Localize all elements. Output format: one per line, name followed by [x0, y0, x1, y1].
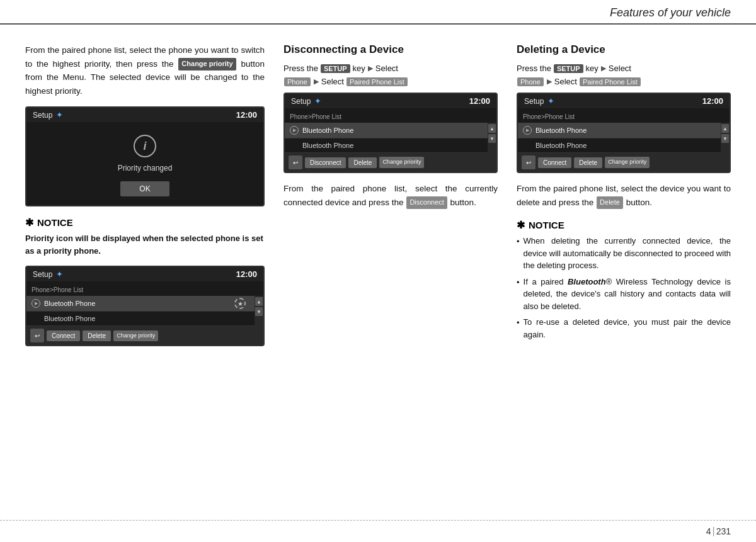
- priority-bluetooth-icon: ✦: [56, 269, 63, 279]
- right-scrollbar: ▲ ▼: [721, 123, 730, 153]
- star-dashed-icon: ★: [234, 298, 246, 309]
- ok-screen-body: i Priority changed OK: [26, 122, 263, 205]
- right-screen-time: 12:00: [702, 96, 723, 106]
- right-press: Press the: [517, 64, 551, 73]
- right-breadcrumb: Phone>Phone List: [518, 112, 730, 123]
- priority-screen-header: Setup ✦ 12:00: [26, 267, 263, 281]
- mid-scroll-down[interactable]: ▼: [488, 134, 496, 143]
- right-instruction-line2: Phone ▶ Select Paired Phone List: [517, 77, 731, 86]
- right-scroll-up[interactable]: ▲: [721, 124, 729, 133]
- right-notice-bullet2: • If a paired Bluetooth® Wireless Techno…: [517, 276, 731, 313]
- page-separator: |: [712, 526, 714, 537]
- mid-list-content: ▶ Bluetooth Phone Bluetooth Phone: [285, 123, 496, 153]
- ok-button[interactable]: OK: [120, 181, 169, 196]
- right-body-text: From the paired phone list, select the d…: [517, 182, 731, 209]
- mid-scroll-up[interactable]: ▲: [488, 124, 496, 133]
- right-paired-phone-list-badge: Paired Phone List: [580, 77, 641, 86]
- mid-arrow2: ▶: [314, 77, 319, 86]
- mid-select1: Select: [375, 64, 398, 73]
- mid-arrow1: ▶: [368, 64, 373, 72]
- mid-heading: Disconnecting a Device: [284, 43, 498, 56]
- bullet-dot-1: •: [517, 235, 520, 272]
- mid-key: key: [353, 64, 365, 73]
- priority-list-row1: ▶ Bluetooth Phone ★ Bluetooth Phone ▲ ▼: [26, 296, 263, 326]
- mid-instruction-line2: Phone ▶ Select Paired Phone List: [284, 77, 498, 86]
- ok-screen-time: 12:00: [236, 110, 257, 120]
- right-screen-title: Setup: [524, 97, 544, 106]
- disconnect-badge: Disconnect: [406, 196, 447, 209]
- mid-list-row: ▶ Bluetooth Phone Bluetooth Phone ▲ ▼: [285, 123, 496, 153]
- left-body-text: From the paired phone list, select the p…: [25, 43, 265, 98]
- priority-screen-mockup: Setup ✦ 12:00 Phone>Phone List ▶ Bluetoo…: [25, 266, 265, 346]
- mid-column: Disconnecting a Device Press the SETUP k…: [284, 43, 498, 355]
- right-key: key: [586, 64, 598, 73]
- mid-list-item2: Bluetooth Phone: [285, 138, 496, 153]
- right-instruction-line1: Press the SETUP key ▶ Select: [517, 64, 731, 73]
- priority-screen-title: Setup: [33, 270, 52, 279]
- change-priority-btn[interactable]: Change priority: [113, 330, 158, 342]
- right-connect-btn[interactable]: Connect: [538, 157, 571, 168]
- ok-screen-header: Setup ✦ 12:00: [26, 108, 263, 122]
- right-notice-text3: To re-use a deleted device, you must pai…: [524, 316, 731, 341]
- right-delete-btn[interactable]: Delete: [574, 157, 602, 168]
- right-setup-badge: SETUP: [554, 64, 583, 73]
- right-change-btn[interactable]: Change priority: [605, 157, 650, 168]
- right-arrow1: ▶: [601, 64, 606, 72]
- back-btn[interactable]: ↩: [30, 329, 44, 342]
- left-column: From the paired phone list, select the p…: [25, 43, 265, 355]
- priority-breadcrumb: Phone>Phone List: [26, 285, 263, 296]
- mid-delete-btn[interactable]: Delete: [348, 157, 377, 168]
- right-body-text-end: button.: [626, 198, 652, 207]
- right-notice-asterisk: ✱: [517, 219, 525, 231]
- right-back-btn[interactable]: ↩: [522, 155, 536, 169]
- priority-list-content: ▶ Bluetooth Phone ★ Bluetooth Phone: [26, 296, 263, 326]
- scroll-down-btn[interactable]: ▼: [255, 307, 263, 316]
- mid-body-text: From the paired phone list, select the c…: [284, 182, 498, 209]
- right-scroll-down[interactable]: ▼: [721, 134, 729, 143]
- right-notice-section: ✱ NOTICE • When deleting the currently c…: [517, 219, 731, 341]
- priority-changed-text: Priority changed: [118, 164, 173, 172]
- mid-setup-badge: SETUP: [321, 64, 350, 73]
- mid-back-btn[interactable]: ↩: [289, 155, 302, 169]
- ok-screen-mockup: Setup ✦ 12:00 i Priority changed OK: [25, 106, 265, 206]
- left-notice-heading: ✱ NOTICE: [25, 217, 265, 229]
- right-notice-title: NOTICE: [529, 220, 564, 230]
- mid-instruction-line: Press the SETUP key ▶ Select: [284, 64, 498, 73]
- mid-list-item1: ▶ Bluetooth Phone: [285, 123, 496, 138]
- play-icon-1: ▶: [32, 299, 40, 308]
- right-phone-badge: Phone: [517, 77, 544, 86]
- delete-badge: Delete: [597, 196, 623, 209]
- delete-btn[interactable]: Delete: [83, 330, 111, 341]
- ok-screen-title: Setup: [33, 111, 52, 120]
- right-list-item1: ▶ Bluetooth Phone: [518, 123, 730, 138]
- right-screen-footer: ↩ Connect Delete Change priority: [518, 153, 730, 172]
- ok-screen-title-area: Setup ✦: [33, 110, 63, 120]
- right-heading: Deleting a Device: [517, 43, 731, 56]
- bullet-dot-2: •: [517, 276, 520, 313]
- page-num: 231: [716, 526, 731, 536]
- mid-bluetooth-icon: ✦: [314, 96, 321, 106]
- page-section: 4: [706, 526, 711, 536]
- priority-screen-time: 12:00: [236, 269, 257, 279]
- mid-change-btn[interactable]: Change priority: [379, 157, 424, 168]
- connect-btn[interactable]: Connect: [47, 330, 80, 341]
- notice-asterisk: ✱: [25, 217, 33, 229]
- mid-phone-badge: Phone: [284, 77, 311, 86]
- right-bluetooth-icon: ✦: [547, 96, 554, 106]
- main-content: From the paired phone list, select the p…: [0, 25, 756, 368]
- right-select2: Select: [554, 77, 577, 86]
- priority-list-item1: ▶ Bluetooth Phone ★: [26, 296, 263, 312]
- right-select1: Select: [609, 64, 631, 73]
- scroll-up-btn[interactable]: ▲: [255, 297, 263, 306]
- right-notice-heading: ✱ NOTICE: [517, 219, 731, 231]
- priority-list-item2: Bluetooth Phone: [26, 312, 263, 326]
- mid-breadcrumb: Phone>Phone List: [285, 112, 496, 123]
- ok-bluetooth-icon: ✦: [56, 110, 63, 120]
- priority-scrollbar: ▲ ▼: [255, 296, 263, 326]
- mid-disconnect-btn[interactable]: Disconnect: [305, 157, 346, 168]
- page-footer: 4 | 231: [0, 520, 756, 542]
- right-notice-text2: If a paired Bluetooth® Wireless Technolo…: [524, 276, 731, 313]
- right-column: Deleting a Device Press the SETUP key ▶ …: [517, 43, 731, 355]
- right-arrow2: ▶: [547, 77, 552, 86]
- right-screen-mockup: Setup ✦ 12:00 Phone>Phone List ▶ Bluetoo…: [517, 93, 731, 173]
